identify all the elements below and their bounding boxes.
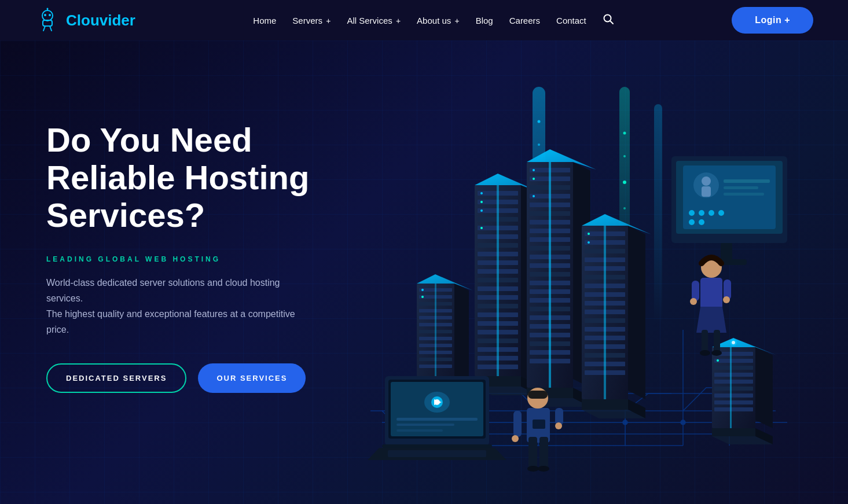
nav-all-services[interactable]: All Services + [347, 16, 401, 25]
svg-marker-150 [755, 347, 773, 428]
our-services-button[interactable]: OUR SERVICES [198, 363, 306, 393]
svg-rect-189 [724, 186, 758, 189]
svg-point-209 [555, 422, 562, 429]
svg-point-203 [538, 466, 549, 472]
nav-contact[interactable]: Contact [556, 16, 586, 25]
svg-point-61 [480, 201, 483, 203]
svg-point-35 [623, 181, 626, 184]
svg-rect-205 [528, 391, 548, 399]
svg-rect-157 [714, 393, 753, 398]
svg-line-5 [50, 26, 52, 31]
logo-icon [35, 8, 60, 33]
hero-title: Do You Need Reliable Hosting Services? [46, 122, 347, 234]
hero-buttons: DEDICATED SERVERS OUR SERVICES [46, 363, 347, 393]
svg-point-0 [42, 10, 53, 21]
nav-home[interactable]: Home [253, 16, 276, 25]
svg-rect-178 [397, 429, 443, 432]
svg-point-221 [723, 296, 730, 303]
svg-point-193 [708, 210, 714, 216]
nav-servers[interactable]: Servers + [292, 16, 331, 25]
main-nav: Home Servers + All Services + About us +… [253, 13, 614, 28]
svg-point-208 [512, 435, 519, 442]
dedicated-servers-button[interactable]: DEDICATED SERVERS [46, 363, 186, 393]
svg-rect-98 [549, 162, 551, 388]
svg-rect-176 [397, 418, 478, 421]
svg-line-4 [43, 26, 45, 31]
logo[interactable]: Clouvider [35, 8, 135, 33]
svg-rect-206 [513, 411, 522, 437]
svg-rect-200 [528, 437, 537, 469]
svg-marker-212 [696, 307, 726, 333]
svg-point-7 [47, 8, 49, 10]
svg-rect-213 [702, 330, 708, 353]
svg-rect-188 [724, 179, 770, 183]
svg-point-28 [538, 144, 540, 146]
svg-point-192 [699, 210, 704, 216]
svg-rect-65 [497, 185, 499, 376]
nav-blog[interactable]: Blog [476, 16, 493, 25]
svg-rect-154 [714, 373, 753, 377]
svg-point-194 [718, 210, 724, 216]
svg-point-186 [702, 176, 711, 186]
svg-point-216 [711, 350, 722, 356]
svg-rect-26 [654, 104, 662, 324]
svg-rect-184 [683, 165, 776, 229]
svg-point-202 [527, 466, 539, 472]
svg-rect-166 [712, 428, 755, 436]
svg-line-9 [610, 21, 613, 24]
svg-point-191 [689, 210, 695, 216]
nav-careers[interactable]: Careers [509, 16, 540, 25]
svg-rect-187 [702, 186, 711, 197]
svg-rect-155 [714, 380, 753, 384]
svg-point-220 [690, 298, 697, 305]
svg-rect-197 [721, 243, 732, 260]
svg-point-36 [623, 207, 626, 209]
svg-point-33 [623, 132, 626, 135]
svg-rect-181 [388, 450, 486, 457]
svg-rect-210 [533, 420, 545, 429]
svg-point-215 [700, 350, 710, 356]
hero-subtitle: LEADING GLOBAL WEB HOSTING [46, 255, 347, 263]
site-header: Clouvider Home Servers + All Services + … [0, 0, 848, 41]
brand-name: Clouvider [66, 12, 135, 30]
svg-point-94 [533, 169, 535, 171]
server-illustration [336, 87, 810, 503]
svg-point-164 [732, 341, 735, 344]
svg-point-21 [623, 420, 627, 425]
svg-rect-125 [582, 399, 628, 410]
svg-point-195 [689, 219, 695, 225]
svg-point-22 [681, 420, 685, 425]
svg-rect-218 [692, 281, 699, 301]
svg-point-143 [421, 296, 424, 298]
svg-point-2 [49, 14, 51, 16]
svg-point-161 [717, 359, 719, 362]
svg-point-142 [421, 289, 424, 291]
svg-rect-153 [714, 366, 753, 370]
hero-illustration [336, 87, 802, 504]
svg-point-1 [44, 14, 46, 16]
login-button[interactable]: Login + [732, 7, 813, 34]
svg-rect-214 [714, 330, 720, 353]
svg-point-63 [480, 227, 483, 229]
nav-about-us[interactable]: About us + [417, 16, 460, 25]
svg-rect-201 [539, 437, 548, 469]
hero-left: Do You Need Reliable Hosting Services? L… [46, 87, 347, 393]
svg-rect-152 [714, 359, 753, 363]
svg-rect-158 [714, 400, 753, 404]
svg-point-62 [480, 209, 483, 212]
svg-rect-156 [714, 387, 753, 391]
hero-content: Do You Need Reliable Hosting Services? L… [0, 41, 848, 504]
hero-section: Do You Need Reliable Hosting Services? L… [0, 41, 848, 504]
svg-point-34 [623, 155, 626, 157]
svg-rect-159 [714, 407, 753, 411]
svg-point-122 [588, 241, 590, 244]
svg-rect-179 [382, 444, 492, 448]
search-button[interactable] [603, 13, 614, 28]
svg-point-60 [480, 192, 483, 194]
svg-point-121 [588, 233, 590, 235]
svg-point-27 [538, 120, 541, 123]
svg-rect-190 [724, 193, 764, 196]
svg-point-196 [699, 219, 704, 225]
svg-rect-124 [604, 226, 606, 399]
svg-point-96 [533, 195, 535, 197]
